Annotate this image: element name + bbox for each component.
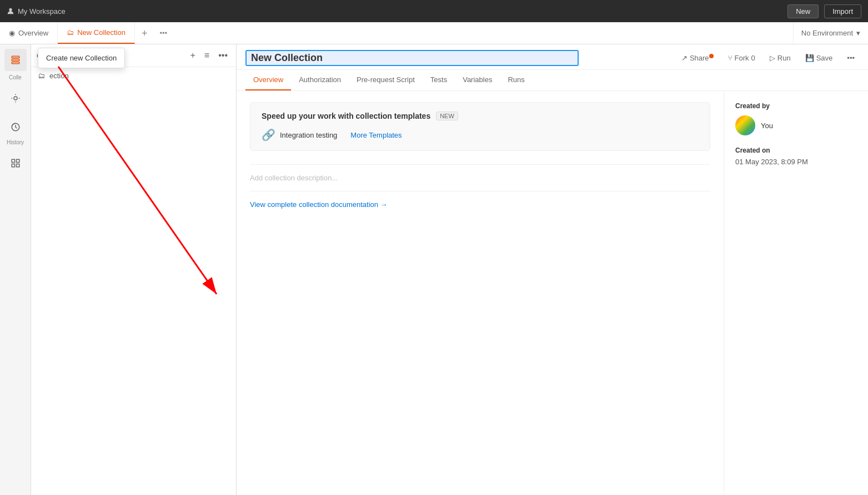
created-by-name: You bbox=[761, 122, 773, 130]
tab-bar: ◉ Overview 🗂 New Collection + ••• No Env… bbox=[0, 22, 868, 44]
content-body: Speed up your work with collection templ… bbox=[237, 91, 868, 495]
tab-tests[interactable]: Tests bbox=[423, 70, 455, 90]
sidebar-history-label: History bbox=[7, 139, 24, 145]
collections-panel: Colle + ≡ ••• Create new Collection 🗂 ec… bbox=[31, 44, 237, 495]
share-icon: ↗ bbox=[681, 54, 688, 62]
svg-rect-6 bbox=[12, 159, 14, 162]
integration-testing-template[interactable]: 🔗 Integration testing bbox=[262, 128, 337, 142]
created-by-label: Created by bbox=[735, 102, 857, 110]
fork-button[interactable]: ⑂ Fork 0 bbox=[724, 52, 760, 64]
templates-list: 🔗 Integration testing More Templates bbox=[262, 128, 699, 142]
save-icon: 💾 bbox=[805, 54, 814, 62]
fork-icon: ⑂ bbox=[728, 54, 732, 62]
user-avatar bbox=[735, 115, 755, 135]
sidebar-apps-button[interactable] bbox=[4, 152, 27, 174]
save-button[interactable]: 💾 Save bbox=[801, 52, 837, 64]
description-area: Add collection description... bbox=[250, 164, 710, 191]
create-new-tooltip: Create new Collection bbox=[38, 48, 125, 68]
svg-rect-9 bbox=[16, 164, 19, 167]
svg-point-0 bbox=[9, 8, 12, 11]
content-main: Speed up your work with collection templ… bbox=[237, 91, 724, 495]
created-on-value: 01 May 2023, 8:09 PM bbox=[735, 158, 857, 166]
sidebar-history-section: History bbox=[4, 116, 27, 145]
more-collection-button[interactable]: ••• bbox=[215, 49, 230, 62]
svg-point-4 bbox=[14, 97, 17, 100]
collection-item-label: ection bbox=[49, 72, 69, 80]
description-placeholder: Add collection description... bbox=[250, 174, 338, 182]
collection-icon: 🗂 bbox=[67, 28, 74, 37]
environment-selector[interactable]: No Environment ▾ bbox=[793, 22, 868, 44]
templates-box: Speed up your work with collection templ… bbox=[250, 102, 710, 151]
top-bar: My Workspace New Import bbox=[0, 0, 868, 22]
svg-rect-2 bbox=[12, 59, 19, 61]
sidebar-collections-button[interactable] bbox=[4, 49, 27, 71]
tab-overview-inner[interactable]: Overview bbox=[245, 70, 291, 90]
tab-overview[interactable]: ◉ Overview bbox=[0, 22, 58, 44]
templates-header: Speed up your work with collection templ… bbox=[262, 112, 699, 120]
collection-item[interactable]: 🗂 ection bbox=[31, 67, 236, 84]
more-templates-link[interactable]: More Templates bbox=[348, 131, 404, 139]
sidebar-environments-button[interactable] bbox=[4, 87, 27, 109]
run-button[interactable]: ▷ Run bbox=[765, 52, 795, 64]
avatar-row: You bbox=[735, 115, 857, 135]
tab-add-button[interactable]: + bbox=[135, 22, 154, 44]
content-sidebar: Created by You Created on 01 May 2023, 8… bbox=[724, 91, 868, 495]
inner-tabs: Overview Authorization Pre-request Scrip… bbox=[237, 70, 868, 91]
import-button[interactable]: Import bbox=[824, 4, 861, 18]
overview-icon: ◉ bbox=[9, 29, 15, 37]
integration-testing-icon: 🔗 bbox=[262, 128, 275, 142]
collection-name-bar: ↗ Share ⑂ Fork 0 ▷ Run 💾 Save ••• bbox=[237, 44, 868, 70]
collection-folder-icon: 🗂 bbox=[38, 72, 45, 80]
new-badge: NEW bbox=[436, 112, 458, 120]
collection-name-input[interactable] bbox=[245, 50, 579, 66]
main-layout: Colle History Colle + ≡ ••• Create new C… bbox=[0, 44, 868, 495]
sidebar-icons: Colle History bbox=[0, 44, 31, 495]
workspace-label: My Workspace bbox=[7, 7, 66, 16]
doc-link[interactable]: View complete collection documentation → bbox=[250, 200, 710, 209]
tab-pre-request-script[interactable]: Pre-request Script bbox=[349, 70, 423, 90]
integration-testing-label: Integration testing bbox=[280, 131, 337, 139]
sidebar-history-button[interactable] bbox=[4, 116, 27, 138]
filter-collection-button[interactable]: ≡ bbox=[202, 49, 212, 62]
tab-runs[interactable]: Runs bbox=[500, 70, 532, 90]
action-buttons: ↗ Share ⑂ Fork 0 ▷ Run 💾 Save ••• bbox=[677, 52, 859, 65]
sidebar-collections-label: Colle bbox=[9, 74, 22, 80]
templates-title: Speed up your work with collection templ… bbox=[262, 112, 430, 120]
new-button[interactable]: New bbox=[787, 4, 819, 18]
tab-authorization[interactable]: Authorization bbox=[291, 70, 349, 90]
svg-rect-7 bbox=[16, 159, 19, 162]
share-notification-dot bbox=[709, 54, 714, 58]
tab-more-button[interactable]: ••• bbox=[154, 29, 173, 37]
created-on-label: Created on bbox=[735, 147, 857, 154]
tab-new-collection[interactable]: 🗂 New Collection bbox=[58, 22, 135, 44]
add-collection-button[interactable]: + bbox=[188, 49, 198, 62]
chevron-down-icon: ▾ bbox=[856, 29, 860, 37]
share-button[interactable]: ↗ Share bbox=[677, 52, 718, 65]
svg-rect-8 bbox=[12, 164, 14, 167]
more-actions-button[interactable]: ••• bbox=[842, 52, 859, 64]
tab-variables[interactable]: Variables bbox=[455, 70, 500, 90]
run-icon: ▷ bbox=[770, 54, 775, 62]
svg-rect-1 bbox=[12, 56, 19, 58]
svg-rect-3 bbox=[12, 62, 19, 64]
content-area: ↗ Share ⑂ Fork 0 ▷ Run 💾 Save ••• bbox=[237, 44, 868, 495]
